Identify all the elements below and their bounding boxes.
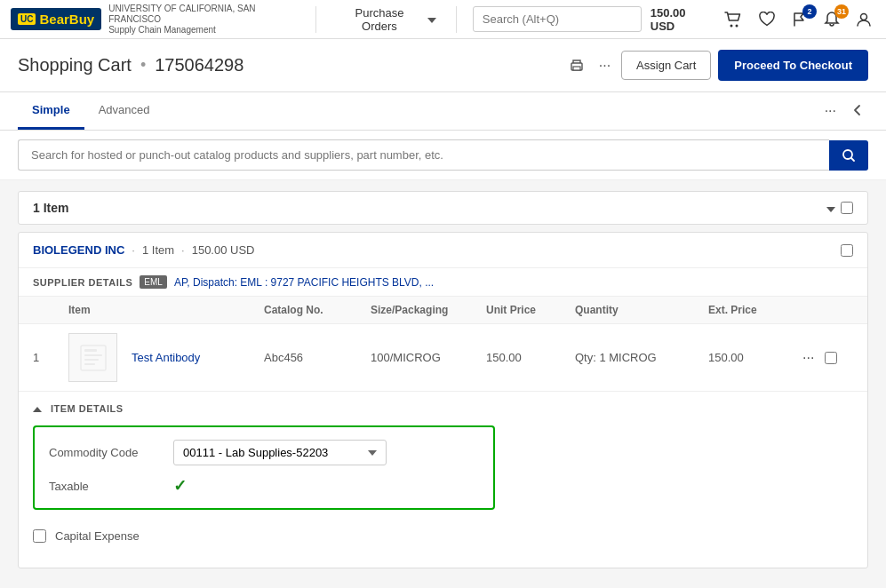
size-packaging-value: 100/MICROG — [371, 351, 486, 364]
item-thumbnail — [68, 333, 117, 382]
col-item: Item — [68, 304, 264, 316]
tab-simple[interactable]: Simple — [18, 92, 84, 130]
catalog-search-button[interactable] — [829, 140, 868, 171]
collapse-panel-button[interactable] — [847, 97, 868, 126]
supplier-total: 150.00 USD — [192, 243, 255, 257]
user-profile-button[interactable] — [852, 8, 875, 31]
commodity-code-label: Commodity Code — [49, 446, 173, 459]
quantity-value: Qty: 1 MICROG — [575, 351, 708, 364]
expand-summary-icon — [823, 202, 835, 215]
page-title: Shopping Cart — [18, 55, 132, 75]
flag-icon-button[interactable]: 2 — [788, 8, 811, 31]
header-actions: ··· Assign Cart Proceed To Checkout — [565, 50, 868, 81]
capital-expense-row: Capital Expense — [33, 519, 853, 553]
svg-rect-8 — [84, 354, 102, 356]
cart-total-display: 150.00 USD — [651, 6, 712, 33]
supplier-header: BIOLEGEND INC · 1 Item · 150.00 USD — [19, 233, 867, 268]
supplier-details-label: SUPPLIER DETAILS — [33, 277, 132, 288]
org-info: UNIVERSITY OF CALIFORNIA, SAN FRANCISCO … — [108, 4, 308, 36]
svg-point-2 — [861, 13, 867, 20]
logo-area: UC BearBuy UNIVERSITY OF CALIFORNIA, SAN… — [11, 4, 308, 36]
col-size-packaging: Size/Packaging — [371, 304, 486, 316]
cart-id: 175064298 — [155, 55, 243, 75]
uc-label: UC — [18, 13, 36, 25]
item-details-label: ITEM DETAILS — [51, 403, 124, 414]
supplier-separator-2: · — [181, 243, 185, 257]
purchase-orders-menu[interactable]: Purchase Orders — [323, 1, 449, 38]
svg-rect-7 — [84, 349, 97, 352]
supplier-tag: EML — [140, 275, 167, 289]
item-name-link[interactable]: Test Antibody — [132, 351, 200, 364]
proceed-to-checkout-button[interactable]: Proceed To Checkout — [718, 50, 868, 81]
item-details-header[interactable]: ITEM DETAILS — [33, 402, 853, 415]
svg-point-0 — [730, 24, 733, 27]
chevron-down-icon — [427, 12, 436, 26]
tabs-list: Simple Advanced — [18, 92, 164, 130]
line-item-checkbox[interactable] — [825, 352, 837, 364]
page-title-area: Shopping Cart • 175064298 — [18, 55, 243, 75]
search-tabs-area: Simple Advanced ··· — [0, 92, 886, 131]
commodity-code-row: Commodity Code 00111 - Lab Supplies-5220… — [49, 440, 479, 465]
top-navigation: UC BearBuy UNIVERSITY OF CALIFORNIA, SAN… — [0, 0, 886, 39]
svg-point-1 — [736, 24, 738, 27]
supplier-details-row: SUPPLIER DETAILS EML AP, Dispatch: EML :… — [19, 268, 867, 297]
cart-icon-button[interactable] — [721, 8, 746, 31]
taxable-label: Taxable — [49, 480, 173, 493]
supplier-address: AP, Dispatch: EML : 9727 PACIFIC HEIGHTS… — [174, 276, 434, 289]
notifications-icon-button[interactable]: 31 — [820, 8, 843, 31]
table-row: 1 Test Antibody Abc456 100/MICROG 150.00… — [19, 324, 867, 392]
taxable-checkmark: ✓ — [173, 477, 187, 495]
svg-rect-10 — [84, 363, 95, 365]
capital-expense-checkbox[interactable] — [33, 529, 46, 543]
ext-price-value: 150.00 — [708, 351, 797, 364]
commodity-code-value: 00111 - Lab Supplies-52203 — [173, 440, 479, 465]
taxable-row: Taxable ✓ — [49, 476, 479, 496]
commodity-code-select[interactable]: 00111 - Lab Supplies-52203 — [173, 440, 387, 465]
unit-price-value: 150.00 — [486, 351, 575, 364]
item-details-collapse-icon — [33, 402, 45, 415]
tab-more-options-button[interactable]: ··· — [818, 96, 843, 126]
flag-badge: 2 — [802, 4, 817, 19]
catalog-no-value: Abc456 — [264, 351, 371, 364]
supplier-separator: · — [132, 243, 135, 257]
capital-expense-label: Capital Expense — [55, 529, 140, 543]
supplier-name: BIOLEGEND INC — [33, 243, 124, 257]
svg-rect-4 — [573, 67, 580, 70]
taxable-value: ✓ — [173, 476, 479, 496]
item-name-cell: Test Antibody — [68, 333, 264, 382]
col-catalog-no: Catalog No. — [264, 304, 371, 316]
row-actions: ··· — [797, 348, 850, 368]
item-summary-bar: 1 Item — [18, 191, 868, 225]
global-search-input[interactable] — [473, 6, 642, 32]
more-options-button[interactable]: ··· — [595, 54, 614, 77]
title-dot: • — [140, 56, 146, 75]
search-area — [0, 131, 886, 180]
line-item-number: 1 — [33, 351, 68, 364]
print-button[interactable] — [565, 55, 588, 76]
page-header: Shopping Cart • 175064298 ··· Assign Car… — [0, 39, 886, 92]
bearbuy-logo: UC BearBuy — [11, 8, 101, 30]
assign-cart-button[interactable]: Assign Cart — [621, 51, 711, 80]
logo-name: BearBuy — [39, 12, 94, 27]
row-more-options-button[interactable]: ··· — [797, 348, 819, 368]
nav-right-icons: 150.00 USD 2 31 — [651, 6, 875, 33]
item-count-label: 1 Item — [33, 201, 68, 215]
supplier-item-count: 1 Item — [142, 243, 174, 257]
content-area: 1 Item BIOLEGEND INC · 1 Item · 150.00 U… — [0, 180, 886, 588]
catalog-search-input[interactable] — [18, 139, 829, 171]
col-quantity: Quantity — [575, 304, 708, 316]
tab-advanced[interactable]: Advanced — [84, 92, 164, 130]
select-all-checkbox[interactable] — [841, 202, 853, 214]
svg-rect-9 — [84, 359, 99, 361]
table-header-row: Item Catalog No. Size/Packaging Unit Pri… — [19, 297, 867, 324]
col-unit-price: Unit Price — [486, 304, 575, 316]
item-details-content: Commodity Code 00111 - Lab Supplies-5220… — [33, 425, 495, 510]
supplier-checkbox[interactable] — [841, 244, 853, 257]
nav-separator — [315, 6, 316, 33]
notifications-badge: 31 — [834, 4, 849, 19]
wishlist-icon-button[interactable] — [754, 8, 779, 31]
supplier-section: BIOLEGEND INC · 1 Item · 150.00 USD SUPP… — [18, 232, 868, 568]
item-details-section: ITEM DETAILS Commodity Code 00111 - Lab … — [19, 392, 867, 568]
nav-separator-2 — [456, 6, 457, 33]
col-ext-price: Ext. Price — [708, 304, 797, 316]
